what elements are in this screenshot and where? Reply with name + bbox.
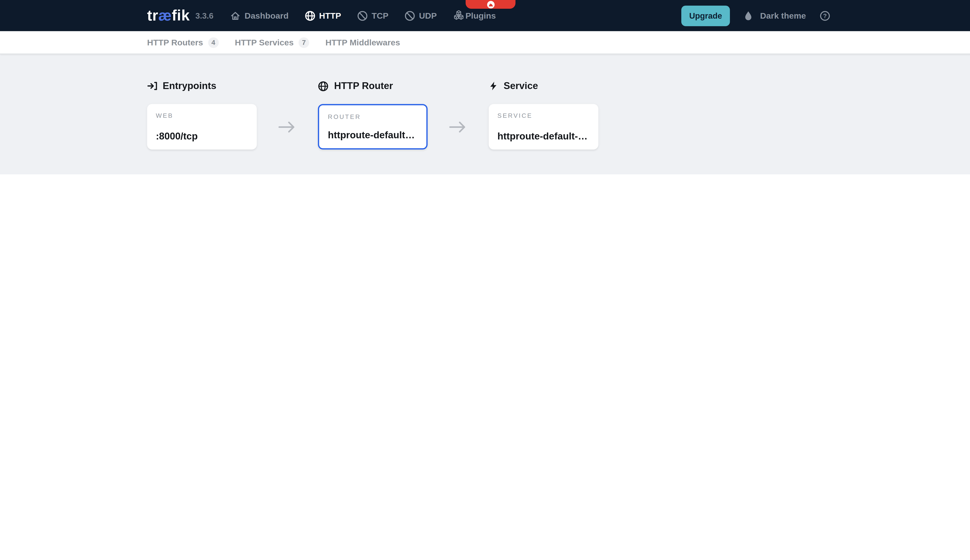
- card-label: SERVICE: [497, 112, 590, 119]
- top-navbar: træfik 3.3.6 Dashboard HTTP: [0, 0, 970, 31]
- udp-ball-icon: [405, 10, 415, 21]
- upgrade-button[interactable]: Upgrade: [681, 5, 730, 26]
- logo-text: tr: [147, 7, 158, 24]
- help-button[interactable]: ?: [820, 10, 830, 21]
- nav-label: TCP: [372, 11, 388, 20]
- logo-ae: æ: [158, 7, 172, 24]
- tab-http-middlewares[interactable]: HTTP Middlewares: [325, 38, 400, 47]
- tab-label: HTTP Routers: [147, 38, 203, 47]
- router-name: httproute-default-whoami-gw-default-trae…: [328, 130, 418, 141]
- tab-label: HTTP Services: [235, 38, 294, 47]
- main-nav: Dashboard HTTP TCP: [230, 10, 496, 21]
- nav-item-plugins[interactable]: Plugins: [453, 10, 496, 21]
- flow-arrow-icon: [278, 120, 297, 133]
- nav-item-tcp[interactable]: TCP: [357, 10, 388, 21]
- tcp-ball-icon: [357, 10, 368, 21]
- tab-http-services[interactable]: HTTP Services 7: [235, 37, 309, 48]
- hub-mountain-icon: [487, 0, 495, 8]
- version-label: 3.3.6: [195, 11, 213, 20]
- home-icon: [230, 10, 241, 21]
- contrast-drop-icon: [744, 10, 753, 21]
- card-label: WEB: [156, 112, 248, 119]
- flow-arrow-icon: [449, 120, 467, 133]
- http-subnav: HTTP Routers 4 HTTP Services 7 HTTP Midd…: [0, 31, 970, 54]
- page-content: Entrypoints HTTP Router Servic: [0, 54, 970, 174]
- lightning-bolt-icon: [489, 81, 498, 91]
- nav-item-http[interactable]: HTTP: [305, 10, 341, 21]
- service-section-title: Service: [489, 80, 598, 92]
- router-card[interactable]: ROUTER httproute-default-whoami-gw-defau…: [318, 104, 428, 149]
- tab-http-routers[interactable]: HTTP Routers 4: [147, 37, 218, 48]
- entrypoint-address: :8000/tcp: [156, 131, 248, 142]
- nav-label: HTTP: [319, 11, 341, 20]
- service-card[interactable]: SERVICE httproute-default-whoami-gw-defa…: [489, 104, 598, 149]
- entrypoints-section-title: Entrypoints: [147, 80, 257, 92]
- nav-item-udp[interactable]: UDP: [405, 10, 437, 21]
- traefik-dashboard-page: træfik 3.3.6 Dashboard HTTP: [0, 0, 970, 174]
- service-name: httproute-default-whoami-gw-default-trae…: [497, 131, 590, 142]
- logo-text-2: fik: [172, 7, 190, 24]
- entrypoint-card[interactable]: WEB :8000/tcp: [147, 104, 257, 149]
- http-router-section-title: HTTP Router: [318, 80, 428, 92]
- card-label: ROUTER: [328, 113, 418, 120]
- dark-theme-toggle[interactable]: Dark theme: [744, 10, 806, 21]
- cubes-icon: [453, 10, 464, 21]
- entrypoint-icon: [147, 81, 157, 91]
- globe-icon: [318, 81, 328, 92]
- traefik-logo[interactable]: træfik: [147, 8, 190, 23]
- section-title-text: Entrypoints: [163, 80, 217, 92]
- nav-label: Dashboard: [245, 11, 289, 20]
- navbar-right: Upgrade Dark theme ?: [681, 5, 830, 26]
- services-count-badge: 7: [298, 37, 309, 48]
- globe-icon: [305, 10, 315, 21]
- nav-item-dashboard[interactable]: Dashboard: [230, 10, 288, 21]
- traefik-hub-tab[interactable]: [466, 0, 515, 9]
- section-title-text: HTTP Router: [334, 80, 393, 92]
- svg-text:?: ?: [823, 12, 827, 19]
- theme-toggle-label: Dark theme: [760, 11, 806, 20]
- tab-label: HTTP Middlewares: [325, 38, 400, 47]
- nav-label: UDP: [419, 11, 437, 20]
- nav-label: Plugins: [465, 11, 496, 20]
- section-title-text: Service: [503, 80, 538, 92]
- routers-count-badge: 4: [208, 37, 218, 48]
- help-icon: ?: [820, 10, 830, 21]
